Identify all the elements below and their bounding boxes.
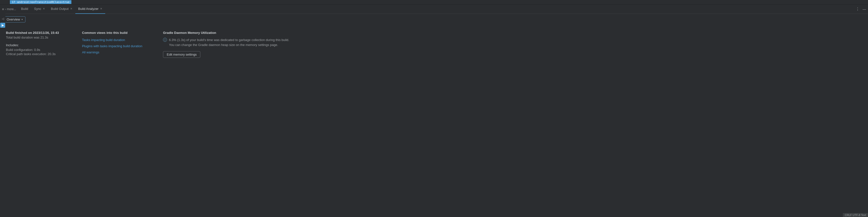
info-icon: i bbox=[163, 38, 167, 42]
line-number: 17 bbox=[12, 0, 15, 4]
overview-bar: Overview ▾ bbox=[0, 14, 868, 25]
tab-sync-close[interactable]: ✕ bbox=[43, 7, 45, 10]
critical-path-detail: Critical path tasks execution: 20.3s bbox=[6, 52, 70, 56]
build-duration-subtitle: Total build duration was 21.3s bbox=[6, 36, 70, 39]
gradle-section-title: Gradle Daemon Memory Utilization bbox=[163, 31, 289, 35]
left-sidebar: ◁ ▶ bbox=[0, 11, 5, 217]
tab-build-output-label: Build Output bbox=[51, 7, 69, 11]
gradle-info-line2: You can change the Gradle daemon heap si… bbox=[169, 43, 278, 47]
gradle-info-text: 6.3% (1.3s) of your build's time was ded… bbox=[169, 37, 289, 47]
tasks-impacting-link[interactable]: Tasks impacting build duration bbox=[82, 38, 151, 42]
all-warnings-link[interactable]: All warnings bbox=[82, 51, 151, 54]
tab-build-analyzer-close[interactable]: ✕ bbox=[100, 7, 102, 10]
chevron-down-icon: ▾ bbox=[22, 18, 23, 21]
tab-build-analyzer-label: Build Analyzer bbox=[78, 7, 98, 11]
tab-build-output-close[interactable]: ✕ bbox=[70, 7, 72, 10]
main-content: Build finished on 2023/11/26, 15:43 Tota… bbox=[0, 25, 868, 58]
overview-dropdown[interactable]: Overview ▾ bbox=[4, 16, 26, 23]
code-snippet-bar: 17 android:nonTransitiveRClass=true bbox=[10, 0, 71, 4]
status-bar-text: CRLF UTF-8 Text bbox=[845, 214, 866, 217]
more-options-icon[interactable]: ⋮ bbox=[856, 7, 860, 11]
breadcrumb-separator: › bbox=[5, 8, 6, 11]
code-text: android:nonTransitiveRClass=true bbox=[17, 0, 69, 4]
build-config-detail: Build configuration: 0.9s bbox=[6, 48, 70, 52]
includes-label: Includes: bbox=[6, 43, 70, 47]
common-views-section: Common views into this build Tasks impac… bbox=[82, 31, 151, 58]
tab-sync[interactable]: Sync ✕ bbox=[31, 4, 48, 14]
sidebar-toggle-icon[interactable]: ≡ bbox=[2, 7, 4, 11]
build-info-section: Build finished on 2023/11/26, 15:43 Tota… bbox=[6, 31, 70, 58]
sidebar-icon-run[interactable]: ▶ bbox=[0, 23, 5, 28]
build-finished-title: Build finished on 2023/11/26, 15:43 bbox=[6, 31, 70, 35]
tab-build[interactable]: Build bbox=[18, 4, 31, 14]
status-bar: CRLF UTF-8 Text bbox=[843, 213, 868, 217]
gradle-info-row: i 6.3% (1.3s) of your build's time was d… bbox=[163, 37, 289, 47]
edit-memory-settings-button[interactable]: Edit memory settings bbox=[163, 51, 200, 58]
tab-bar-right: ⋮ — bbox=[856, 7, 866, 11]
breadcrumb-label: more... bbox=[7, 7, 16, 11]
tab-build-analyzer[interactable]: Build Analyzer ✕ bbox=[75, 4, 105, 14]
overview-label: Overview bbox=[7, 18, 20, 21]
tab-sync-label: Sync bbox=[34, 7, 41, 11]
tab-bar: ≡ › more... Build Sync ✕ Build Output ✕ … bbox=[0, 4, 868, 14]
sidebar-icon-collapse[interactable]: ◁ bbox=[0, 16, 5, 21]
gradle-section: Gradle Daemon Memory Utilization i 6.3% … bbox=[163, 31, 289, 58]
gradle-info-line1: 6.3% (1.3s) of your build's time was ded… bbox=[169, 38, 289, 42]
plugins-with-tasks-link[interactable]: Plugins with tasks impacting build durat… bbox=[82, 44, 151, 48]
tab-build-output[interactable]: Build Output ✕ bbox=[48, 4, 75, 14]
tab-build-label: Build bbox=[21, 7, 28, 11]
minimize-icon[interactable]: — bbox=[863, 7, 866, 11]
common-views-title: Common views into this build bbox=[82, 31, 151, 35]
